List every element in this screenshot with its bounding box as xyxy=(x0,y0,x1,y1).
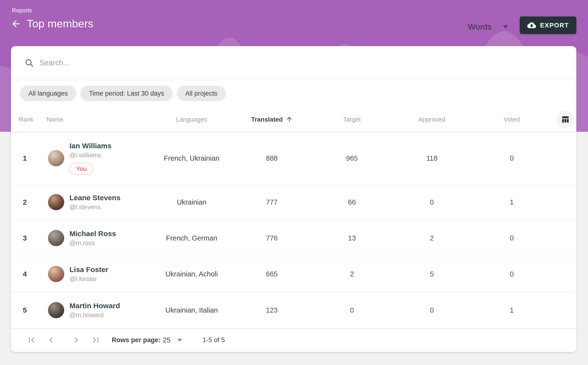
target-cell: 66 xyxy=(348,198,356,206)
top-members-report-page: Reports Top members Words EXPORT xyxy=(0,0,588,365)
caret-down-icon xyxy=(177,339,182,341)
approved-cell: 0 xyxy=(430,306,434,314)
target-cell: 0 xyxy=(350,306,354,314)
rank-cell: 3 xyxy=(23,234,27,242)
rows-per-page-select[interactable]: 25 xyxy=(163,336,182,344)
member-name-link[interactable]: Lisa Foster xyxy=(69,265,108,274)
table-row: 3 Michael Ross @m.ross French, German 77… xyxy=(11,220,576,256)
languages-cell: Ukrainian, Italian xyxy=(165,306,218,314)
languages-cell: Ukrainian, Acholi xyxy=(165,270,218,278)
approved-cell: 0 xyxy=(430,198,434,206)
approved-cell: 118 xyxy=(426,154,437,162)
chevron-down-icon xyxy=(503,25,508,28)
member-name-link[interactable]: Ian Williams xyxy=(69,142,111,150)
table-row: 4 Lisa Foster @l.forster Ukrainian, Acho… xyxy=(11,256,576,292)
languages-cell: French, German xyxy=(166,234,217,242)
configure-columns-button[interactable] xyxy=(557,111,574,128)
column-header-approved[interactable]: Approved xyxy=(418,116,445,123)
column-header-rank[interactable]: Rank xyxy=(19,116,34,123)
approved-cell: 5 xyxy=(430,270,434,278)
member-handle: @m.ross xyxy=(69,239,116,247)
voted-cell: 0 xyxy=(510,270,514,278)
title-row: Top members xyxy=(10,17,94,30)
member-info: Ian Williams @i.williams You xyxy=(69,142,111,175)
next-page-icon[interactable] xyxy=(70,334,82,346)
member-info: Lisa Foster @l.forster xyxy=(69,265,108,283)
table-columns-icon xyxy=(561,115,570,124)
voted-cell: 0 xyxy=(510,154,514,162)
export-button[interactable]: EXPORT xyxy=(520,17,576,34)
breadcrumb-reports[interactable]: Reports xyxy=(12,7,32,14)
member-handle: @m.howard xyxy=(69,311,120,319)
target-cell: 965 xyxy=(346,154,358,162)
filter-chips-row: All languages Time period: Last 30 days … xyxy=(11,80,576,107)
voted-cell: 1 xyxy=(510,198,514,206)
rows-per-page-value: 25 xyxy=(163,336,170,344)
voted-cell: 0 xyxy=(510,234,514,242)
rank-cell: 1 xyxy=(23,154,27,162)
table-row: 2 Leane Stevens @l.stevens Ukrainian 777… xyxy=(11,184,576,220)
cloud-download-icon xyxy=(527,21,536,30)
export-button-label: EXPORT xyxy=(540,22,569,29)
search-bar xyxy=(11,46,576,80)
member-name-link[interactable]: Martin Howard xyxy=(69,302,120,310)
report-unit-value: Words xyxy=(468,22,492,32)
rank-cell: 5 xyxy=(23,306,27,314)
column-header-translated-label: Translated xyxy=(251,116,283,123)
back-arrow-icon[interactable] xyxy=(10,18,22,30)
report-unit-select[interactable]: Words xyxy=(468,20,508,33)
member-info: Leane Stevens @l.stevens xyxy=(69,194,120,211)
filter-chip-projects[interactable]: All projects xyxy=(177,86,226,101)
avatar xyxy=(48,265,65,282)
target-cell: 13 xyxy=(348,234,356,242)
table-header-row: Rank Name Languages Translated Target Ap… xyxy=(11,107,576,132)
rows-per-page-label: Rows per page: xyxy=(112,336,161,344)
rank-cell: 2 xyxy=(23,198,27,206)
search-icon xyxy=(24,58,34,68)
translated-cell: 888 xyxy=(266,154,278,162)
member-info: Michael Ross @m.ross xyxy=(69,230,116,247)
filter-chip-languages[interactable]: All languages xyxy=(20,86,76,101)
languages-cell: Ukrainian xyxy=(177,198,207,206)
column-header-voted[interactable]: Voted xyxy=(504,116,520,123)
report-card: All languages Time period: Last 30 days … xyxy=(11,46,576,352)
column-header-languages[interactable]: Languages xyxy=(176,116,207,123)
member-handle: @i.williams xyxy=(69,151,111,159)
translated-cell: 665 xyxy=(266,270,278,278)
avatar xyxy=(48,230,65,247)
member-name-link[interactable]: Michael Ross xyxy=(69,230,116,238)
column-header-name[interactable]: Name xyxy=(46,116,63,123)
member-name-link[interactable]: Leane Stevens xyxy=(69,194,120,202)
first-page-icon[interactable] xyxy=(26,334,37,346)
column-header-target[interactable]: Target xyxy=(343,116,361,123)
you-badge: You xyxy=(69,163,93,175)
translated-cell: 123 xyxy=(266,306,278,314)
languages-cell: French, Ukrainian xyxy=(164,154,220,162)
translated-cell: 776 xyxy=(266,234,278,242)
pagination-bar: Rows per page: 25 1-5 of 5 xyxy=(11,328,576,351)
avatar xyxy=(48,302,65,319)
target-cell: 2 xyxy=(350,270,354,278)
sort-ascending-icon xyxy=(286,116,293,123)
voted-cell: 1 xyxy=(510,306,514,314)
member-handle: @l.forster xyxy=(69,275,108,283)
column-header-translated[interactable]: Translated xyxy=(251,116,293,123)
previous-page-icon[interactable] xyxy=(45,334,57,346)
translated-cell: 777 xyxy=(266,198,278,206)
avatar xyxy=(48,150,65,167)
avatar xyxy=(48,194,65,211)
table-row: 5 Martin Howard @m.howard Ukrainian, Ita… xyxy=(11,292,576,328)
approved-cell: 2 xyxy=(430,234,434,242)
filter-chip-time-period[interactable]: Time period: Last 30 days xyxy=(80,86,173,101)
last-page-icon[interactable] xyxy=(90,334,102,346)
member-handle: @l.stevens xyxy=(69,203,120,211)
table-row: 1 Ian Williams @i.williams You French, U… xyxy=(11,132,576,184)
pagination-range: 1-5 of 5 xyxy=(203,336,225,344)
rank-cell: 4 xyxy=(23,270,27,278)
search-input[interactable] xyxy=(39,58,563,67)
page-title: Top members xyxy=(27,17,94,30)
member-info: Martin Howard @m.howard xyxy=(69,302,120,319)
